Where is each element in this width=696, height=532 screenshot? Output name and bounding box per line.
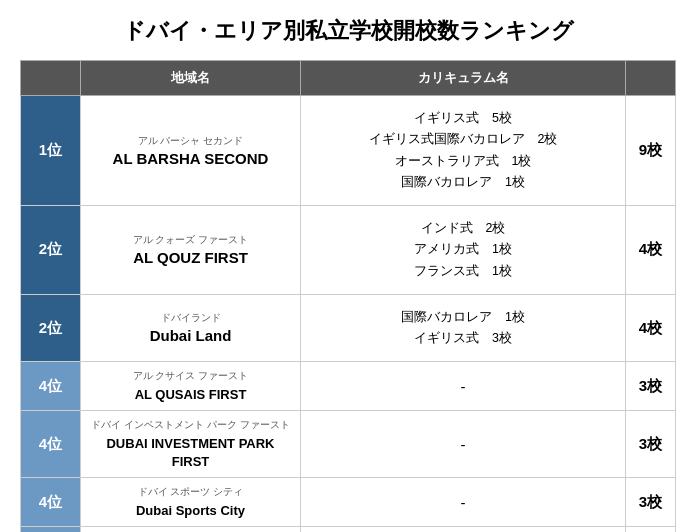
rank-cell: 4位 [21,362,81,411]
ranking-table: 地域名 カリキュラム名 1位アル バーシャ セカンドAL BARSHA SECO… [20,60,676,532]
total-cell: 3校 [626,411,676,478]
table-row: 2位ドバイランドDubai Land国際バカロレア 1校イギリス式 3校4校 [21,294,676,362]
table-row: 4位ドバイ インベストメント パーク ファーストDUBAI INVESTMENT… [21,411,676,478]
page-title: ドバイ・エリア別私立学校開校数ランキング [20,16,676,46]
rank-cell: 4位 [21,527,81,532]
table-row: 2位アル クォーズ ファーストAL QOUZ FIRSTインド式 2校アメリカ式… [21,206,676,295]
area-cell: メイダンシティMeydan City [81,527,301,532]
total-cell: 3校 [626,527,676,532]
rank-cell: 2位 [21,206,81,295]
area-cell: ドバイランドDubai Land [81,294,301,362]
curriculum-cell: - [301,362,626,411]
rank-cell: 4位 [21,478,81,527]
header-total [626,61,676,96]
total-cell: 9校 [626,96,676,206]
table-row: 4位メイダンシティMeydan City-3校 [21,527,676,532]
area-cell: ドバイ スポーツ シティDubai Sports City [81,478,301,527]
rank-cell: 2位 [21,294,81,362]
curriculum-cell: - [301,478,626,527]
curriculum-cell: イギリス式 5校イギリス式国際バカロレア 2校オーストラリア式 1校国際バカロレ… [301,96,626,206]
curriculum-cell: - [301,411,626,478]
header-rank [21,61,81,96]
rank-cell: 4位 [21,411,81,478]
area-cell: ドバイ インベストメント パーク ファーストDUBAI INVESTMENT P… [81,411,301,478]
total-cell: 4校 [626,294,676,362]
table-row: 4位ドバイ スポーツ シティDubai Sports City-3校 [21,478,676,527]
header-region: 地域名 [81,61,301,96]
header-curriculum: カリキュラム名 [301,61,626,96]
rank-cell: 1位 [21,96,81,206]
area-cell: アル クサイス ファーストAL QUSAIS FIRST [81,362,301,411]
total-cell: 3校 [626,362,676,411]
table-row: 1位アル バーシャ セカンドAL BARSHA SECONDイギリス式 5校イギ… [21,96,676,206]
curriculum-cell: インド式 2校アメリカ式 1校フランス式 1校 [301,206,626,295]
table-row: 4位アル クサイス ファーストAL QUSAIS FIRST-3校 [21,362,676,411]
area-cell: アル クォーズ ファーストAL QOUZ FIRST [81,206,301,295]
total-cell: 4校 [626,206,676,295]
area-cell: アル バーシャ セカンドAL BARSHA SECOND [81,96,301,206]
curriculum-cell: 国際バカロレア 1校イギリス式 3校 [301,294,626,362]
curriculum-cell: - [301,527,626,532]
total-cell: 3校 [626,478,676,527]
